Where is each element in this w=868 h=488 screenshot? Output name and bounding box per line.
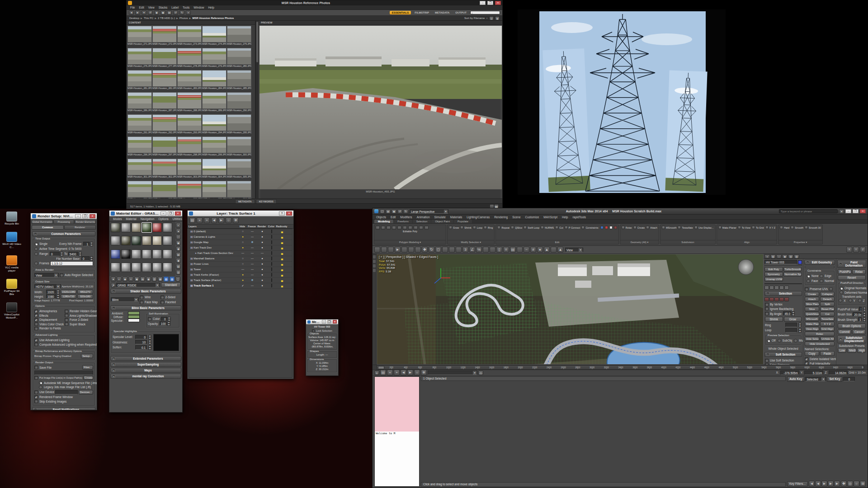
back-icon[interactable]: ◄ — [129, 10, 134, 15]
diffuse-color-swatch[interactable] — [128, 315, 140, 319]
minimize-button[interactable]: – — [322, 320, 326, 324]
refine-icon[interactable]: ◆ — [154, 10, 159, 15]
preset-480x270-button[interactable]: 480x270 — [77, 290, 93, 294]
thumbnail-msr-houston-274-jpg[interactable]: MSR-Houston_274.JPG — [202, 26, 226, 47]
material-slot-11[interactable] — [152, 236, 162, 245]
time-slider[interactable] — [378, 366, 384, 369]
material-editor-tool-icon-8[interactable]: ▥ — [152, 277, 157, 282]
constraint-icon[interactable] — [609, 226, 613, 229]
radiosity-toggle[interactable]: ▄ — [276, 256, 288, 261]
menu-down-icon[interactable]: ▾ — [142, 10, 146, 15]
symmetry-button[interactable]: Symmetry — [764, 272, 783, 277]
thumbnail-msr-houston-299-jpg[interactable]: MSR-Houston_299.JPG — [202, 136, 226, 158]
material-type-button[interactable]: Standard — [161, 282, 181, 287]
material-editor-tool-icon-5[interactable]: ▣ — [134, 277, 139, 282]
autodesk-me-image-sequence-file-imsq-radio[interactable]: Autodesk ME Image Sequence File (.imsq) — [39, 381, 93, 385]
close-button[interactable]: × — [286, 211, 292, 216]
close-button[interactable]: × — [495, 1, 501, 5]
layer-color-swatch[interactable] — [267, 262, 276, 267]
close-button[interactable]: × — [175, 211, 181, 216]
percent-snap-icon[interactable]: % — [476, 247, 482, 253]
view-menu[interactable]: View — [148, 6, 155, 9]
perspective-viewport[interactable]: [ + ] [ Perspective ] [ Shaded + Edged F… — [377, 254, 764, 365]
thumbnail-msr-houston-297-jpg[interactable]: MSR-Houston_297.JPG — [152, 136, 177, 158]
layer-color-swatch[interactable] — [267, 272, 276, 277]
use-device-checkbox[interactable]: Use Device — [34, 390, 54, 394]
create-now-button[interactable]: Create Now — [83, 375, 93, 380]
new-scene-icon[interactable]: ▢ — [380, 209, 385, 214]
specular-level-spinner[interactable]: Specular Level:0▲▼ — [113, 335, 151, 339]
panel-tab-metadata[interactable]: METADATA — [235, 199, 255, 203]
material-slot-19[interactable] — [111, 263, 120, 272]
restore-button[interactable]: ❐ — [327, 320, 331, 324]
glossiness-spinner[interactable]: Glossiness:10▲▼ — [113, 340, 151, 344]
displacement-checkbox[interactable]: Displacement — [34, 318, 64, 322]
render-toggle[interactable]: ● — [257, 267, 267, 272]
ribbon-item-relax[interactable]: Relax — [622, 226, 632, 229]
delete-isolated-vertices-checkbox[interactable]: Delete Isolated Vertices — [805, 357, 835, 361]
close-button[interactable]: × — [333, 320, 337, 324]
window-menu[interactable]: Window — [193, 6, 204, 9]
y-radio[interactable]: Y — [849, 299, 855, 302]
edge-radio[interactable]: Edge — [820, 274, 833, 278]
thumbnail-msr-houston-310-jpg[interactable]: MSR-Houston_310.JPG — [227, 181, 251, 198]
bridge-titlebar[interactable]: MSR Houston Reference Photos – ❐ × — [127, 0, 502, 5]
layer-row-track-surface-ifactor[interactable]: ▤ Track Surface (iFactor)●❄●▄ — [189, 278, 292, 283]
radiosity-toggle[interactable]: ▄ — [276, 262, 288, 267]
breadcrumb-photos[interactable]: Photos — [179, 17, 188, 19]
polymod-icon-6[interactable] — [403, 226, 407, 230]
slice-button[interactable]: Slice — [805, 307, 819, 311]
reference-coordsys-icon[interactable] — [442, 247, 448, 253]
material-slot-4[interactable] — [142, 223, 151, 232]
radiosity-toggle[interactable]: ▄ — [276, 267, 288, 272]
highlight-selected-icon[interactable]: ► — [407, 370, 413, 375]
constraint-icon[interactable] — [605, 226, 608, 229]
ribbon-item-smooth[interactable]: Smooth — [791, 226, 803, 229]
max-titlebar[interactable]: ▢▤▣↺↻ Large Perspective Autodesk 3ds Max… — [373, 208, 868, 215]
materials-menu[interactable]: Materials — [450, 216, 462, 219]
thumbnail-msr-houston-278-jpg[interactable]: MSR-Houston_278.JPG — [177, 48, 202, 70]
layer-color-swatch[interactable] — [267, 278, 276, 283]
thumbnail-msr-houston-289-jpg[interactable]: MSR-Houston_289.JPG — [202, 92, 226, 114]
hide-toggle[interactable]: ✓ — [238, 283, 247, 288]
layer-row-0-default[interactable]: ▤ 0 (default)○—●▄ — [189, 229, 292, 235]
create-button[interactable]: Create — [805, 292, 819, 296]
column-layers[interactable]: Layers — [189, 225, 238, 228]
2-sided-checkbox[interactable]: 2-Sided — [160, 296, 181, 299]
skip-existing-checkbox[interactable]: Skip Existing Images — [34, 399, 93, 403]
align-icon[interactable]: ≡ — [503, 247, 509, 253]
output-size-dropdown[interactable]: HDTV (video) — [34, 284, 61, 289]
subdivision-displacement-rollout[interactable]: +Subdivision Displacement — [837, 335, 866, 343]
pick-material-icon[interactable]: ↗ — [111, 283, 115, 287]
material-editor-tool-icon-10[interactable]: ▧ — [164, 277, 169, 282]
render-production-icon[interactable]: ▲ — [557, 247, 563, 253]
extended-parameters-rollout[interactable]: +Extended Parameters — [110, 356, 181, 361]
paste-button[interactable]: Paste — [820, 351, 835, 356]
render-toggle[interactable]: ● — [257, 272, 267, 277]
layer-row-track-surface-1[interactable]: ▤ Track Surface 1✓—●▄ — [189, 283, 292, 289]
axis-x-button[interactable]: X — [846, 247, 852, 253]
opacity-field[interactable]: 100 — [160, 321, 167, 326]
rendering-menu[interactable]: Rendering — [494, 216, 508, 219]
options-menu[interactable]: Options — [158, 217, 168, 221]
file-number-base-field[interactable]: 0 — [81, 256, 90, 261]
display-tab-icon[interactable]: ▥ — [788, 254, 793, 258]
hide-all-icon[interactable]: ○ — [414, 370, 420, 375]
ribbon-item-swift-loop[interactable]: Swift Loop — [524, 226, 539, 229]
material-editor-side-icon-4[interactable]: ▣ — [176, 240, 181, 245]
help-search-input[interactable]: Type a keyword or phrase — [779, 209, 838, 213]
hide-toggle[interactable]: ○ — [238, 229, 247, 234]
thumbnail-msr-houston-293-jpg[interactable]: MSR-Houston_293.JPG — [177, 114, 202, 136]
set-key-button[interactable]: Set Key — [827, 376, 842, 382]
viewport-label[interactable]: [ + ] [ Perspective ] [ Shaded + Edged F… — [379, 255, 438, 258]
repeat-last-button[interactable]: Repeat Last — [805, 266, 835, 268]
close-button[interactable]: × — [860, 209, 866, 213]
multi-radio[interactable]: Multi — [794, 339, 803, 343]
column-hide[interactable]: Hide — [238, 225, 247, 228]
render-toggle[interactable]: — — [257, 251, 267, 256]
simulate-menu[interactable]: Simulate — [434, 216, 446, 219]
select-object-icon[interactable]: ► — [395, 247, 401, 253]
edit-menu[interactable]: Edit — [139, 6, 144, 9]
material-editor-tool-icon-2[interactable]: ◐ — [117, 277, 122, 282]
spinner-snap-icon[interactable] — [483, 247, 489, 253]
